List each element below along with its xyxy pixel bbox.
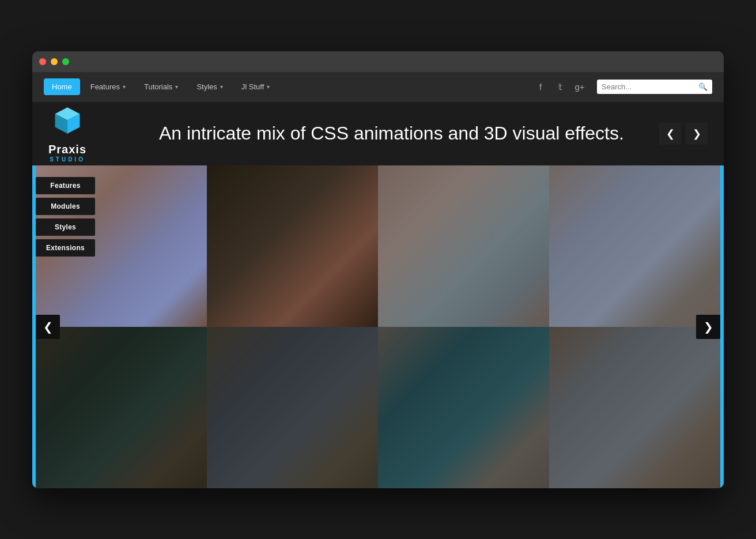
search-icon[interactable]: 🔍 bbox=[698, 82, 708, 91]
sidebar-extensions-button[interactable]: Extensions bbox=[36, 239, 95, 257]
sidebar-styles-button[interactable]: Styles bbox=[36, 218, 95, 236]
title-bar bbox=[32, 51, 724, 72]
chevron-down-icon: ▾ bbox=[267, 84, 270, 90]
sidebar-modules-button[interactable]: Modules bbox=[36, 198, 95, 215]
sidebar-overlay: Features Modules Styles Extensions bbox=[36, 177, 95, 257]
search-bar: 🔍 bbox=[597, 80, 712, 94]
minimize-button[interactable] bbox=[51, 58, 58, 65]
gallery-grid bbox=[32, 165, 724, 488]
gallery-item-planes[interactable] bbox=[549, 165, 720, 327]
nav-item-tutorials[interactable]: Tutorials ▾ bbox=[136, 78, 186, 95]
chevron-down-icon: ▾ bbox=[175, 84, 178, 90]
gallery-item-kick[interactable] bbox=[36, 327, 207, 488]
gallery-next-button[interactable]: ❯ bbox=[696, 315, 720, 339]
gallery-item-car[interactable] bbox=[378, 327, 549, 488]
logo-area: Praxis STUDIO bbox=[48, 105, 86, 163]
nav-item-styles[interactable]: Styles ▾ bbox=[188, 78, 230, 95]
hero-section: Praxis STUDIO An intricate mix of CSS an… bbox=[32, 102, 724, 165]
social-icons: f 𝕥 g+ bbox=[535, 82, 585, 92]
gallery-prev-button[interactable]: ❮ bbox=[36, 315, 60, 339]
close-button[interactable] bbox=[39, 58, 46, 65]
logo-subtitle: STUDIO bbox=[50, 156, 85, 163]
nav-item-home[interactable]: Home bbox=[44, 78, 80, 95]
chevron-down-icon: ▾ bbox=[123, 84, 126, 90]
facebook-icon[interactable]: f bbox=[535, 82, 546, 92]
hero-prev-button[interactable]: ❮ bbox=[659, 123, 681, 145]
nav-item-jlstuff[interactable]: Jl Stuff ▾ bbox=[233, 78, 278, 95]
gallery-item-jetski[interactable] bbox=[549, 327, 720, 488]
nav-item-features[interactable]: Features ▾ bbox=[82, 78, 134, 95]
googleplus-icon[interactable]: g+ bbox=[574, 82, 585, 92]
sidebar-features-button[interactable]: Features bbox=[36, 177, 95, 194]
top-nav: Home Features ▾ Tutorials ▾ Styles ▾ Jl … bbox=[32, 72, 724, 102]
gallery-item-woman[interactable] bbox=[378, 165, 549, 327]
gallery-wrapper: Features Modules Styles Extensions bbox=[32, 165, 724, 488]
chevron-down-icon: ▾ bbox=[220, 84, 223, 90]
hero-text: An intricate mix of CSS animations and 3… bbox=[159, 122, 659, 146]
twitter-icon[interactable]: 𝕥 bbox=[554, 82, 566, 92]
logo-name: Praxis bbox=[48, 143, 86, 156]
gallery-item-tron[interactable] bbox=[207, 165, 378, 327]
hero-next-button[interactable]: ❯ bbox=[686, 123, 708, 145]
maximize-button[interactable] bbox=[62, 58, 69, 65]
logo-cube-icon bbox=[50, 105, 85, 140]
search-input[interactable] bbox=[602, 82, 698, 91]
hero-navigation: ❮ ❯ bbox=[659, 123, 708, 145]
hero-heading: An intricate mix of CSS animations and 3… bbox=[159, 122, 659, 146]
gallery-item-fashion[interactable] bbox=[207, 327, 378, 488]
mac-window: Home Features ▾ Tutorials ▾ Styles ▾ Jl … bbox=[32, 51, 724, 488]
